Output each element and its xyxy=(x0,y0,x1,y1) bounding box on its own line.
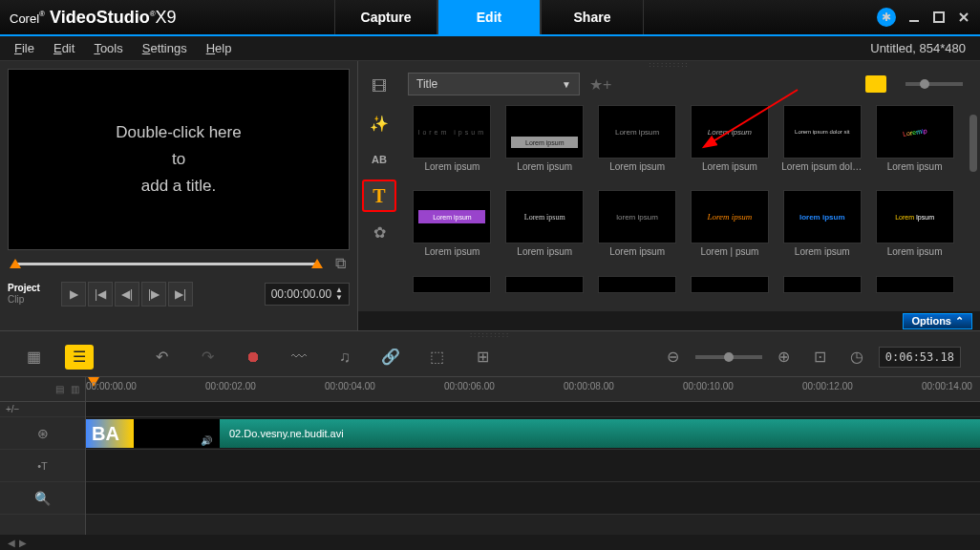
zoom-out-button[interactable]: ⊖ xyxy=(659,345,688,370)
chapter-point-icon[interactable]: 🔗 xyxy=(376,345,405,370)
auto-music-icon[interactable]: ♫ xyxy=(330,345,359,370)
title-preset-thumbnail xyxy=(876,276,954,293)
preview-placeholder-line: add a title. xyxy=(141,173,216,200)
title-preset-item[interactable]: LoremIpLorem ipsum xyxy=(870,105,959,186)
video-track[interactable]: BA 🔊 02.Do.vesny.ne.budit.avi xyxy=(86,417,980,450)
next-frame-button[interactable]: |▶ xyxy=(141,282,166,307)
menu-edit[interactable]: Edit xyxy=(53,41,75,55)
title-preset-item[interactable] xyxy=(593,276,682,307)
play-button[interactable]: ▶ xyxy=(61,282,86,307)
title-preset-item[interactable]: Lorem ipsumLorem ipsum xyxy=(501,105,589,186)
scroll-left-icon[interactable]: ◀ xyxy=(8,538,19,548)
fit-timeline-button[interactable]: ⊡ xyxy=(806,345,835,370)
title-preset-item[interactable] xyxy=(778,276,866,307)
audio-icon: 🔊 xyxy=(201,435,212,446)
title-preset-item[interactable]: Lorem ipsumLorem ipsum xyxy=(686,105,775,186)
category-media-icon[interactable]: 🎞 xyxy=(362,71,396,103)
multicam-icon[interactable]: ⊞ xyxy=(468,345,497,370)
menu-settings[interactable]: Settings xyxy=(142,41,187,55)
clip-thumbnail[interactable]: BA xyxy=(86,419,134,448)
timeline-ruler[interactable]: 00:00:00.0000:00:02.0000:00:04.0000:00:0… xyxy=(86,377,980,402)
preview-screen[interactable]: Double-click here to add a title. xyxy=(8,69,350,250)
library-folder-dropdown[interactable]: Title ▼ xyxy=(408,73,580,95)
title-preset-item[interactable]: lorem ipsumLorem ipsum xyxy=(593,190,682,271)
scrub-bar[interactable] xyxy=(8,257,325,270)
title-preset-item[interactable]: lorem ipsumLorem ipsum xyxy=(408,105,497,186)
timeline-view-button[interactable]: ☰ xyxy=(65,345,94,370)
category-graphic-icon[interactable]: ✿ xyxy=(362,216,396,248)
scroll-right-icon[interactable]: ▶ xyxy=(19,538,31,548)
title-bar: Corel® VideoStudio®X9 Capture Edit Share… xyxy=(0,0,980,36)
tab-edit[interactable]: Edit xyxy=(437,0,541,34)
title-preset-item[interactable] xyxy=(870,276,959,307)
title-track[interactable] xyxy=(86,450,980,482)
title-preset-item[interactable] xyxy=(686,276,775,307)
ruler-timestamp: 00:00:02.00 xyxy=(205,381,256,391)
clip-segment[interactable]: 🔊 xyxy=(134,419,220,448)
title-preset-item[interactable]: Lorem IpsumLorem ipsum xyxy=(870,190,959,271)
marker-track[interactable] xyxy=(86,402,980,417)
go-end-button[interactable]: ▶| xyxy=(168,282,193,307)
title-preset-item[interactable]: Lorem ipsumLorem ipsum xyxy=(408,190,497,271)
close-button[interactable] xyxy=(957,11,970,24)
library-scrollbar[interactable] xyxy=(967,101,980,311)
timeline-zoom-slider[interactable] xyxy=(695,355,762,359)
options-panel-toggle[interactable]: Options ⌃ xyxy=(903,313,972,329)
subtitle-editor-icon[interactable]: ⬚ xyxy=(422,345,451,370)
tab-capture[interactable]: Capture xyxy=(334,0,437,34)
voice-track[interactable] xyxy=(86,482,980,515)
thumbnail-view-button[interactable] xyxy=(865,75,886,93)
minimize-button[interactable] xyxy=(907,11,921,24)
ruler-timestamp: 00:00:14.00 xyxy=(922,381,972,391)
mark-out-handle[interactable] xyxy=(311,259,323,268)
add-favorite-icon[interactable]: ★+ xyxy=(589,75,611,94)
enlarge-preview-icon[interactable]: ⧉ xyxy=(330,254,350,273)
menu-file[interactable]: File xyxy=(14,41,34,55)
mark-in-handle[interactable] xyxy=(10,259,21,268)
track-menu-icon[interactable]: ▤ xyxy=(53,383,66,396)
title-preset-item[interactable]: Lorem ipsumLorem ipsum xyxy=(501,190,589,271)
title-preset-item[interactable]: Lorem ipsum dolor sitLorem ipsum dolo... xyxy=(778,105,866,186)
title-preset-label: Lorem ipsum xyxy=(609,246,665,257)
title-preset-item[interactable] xyxy=(408,276,497,307)
video-track-header[interactable]: ⊛ xyxy=(0,417,85,450)
category-instant-project-icon[interactable]: ✨ xyxy=(362,107,396,139)
prev-frame-button[interactable]: ◀| xyxy=(115,282,139,307)
menu-help[interactable]: Help xyxy=(206,41,232,55)
category-title-icon[interactable]: T xyxy=(362,180,396,212)
redo-button[interactable]: ↷ xyxy=(193,345,222,370)
ruler-timestamp: 00:00:04.00 xyxy=(325,381,375,391)
title-preset-label: Lorem | psum xyxy=(700,246,758,257)
title-preset-thumbnail: Lorem Ipsum xyxy=(876,190,954,243)
thumbnail-zoom-slider[interactable] xyxy=(905,82,963,86)
playback-mode[interactable]: Project Clip xyxy=(8,283,61,306)
timecode-spinner[interactable]: ▲▼ xyxy=(335,286,343,302)
title-preset-item[interactable]: Lorem ipsumLorem ipsum xyxy=(593,105,682,186)
tab-share[interactable]: Share xyxy=(541,0,644,34)
menu-tools[interactable]: Tools xyxy=(94,41,122,55)
track-tools[interactable]: +/− xyxy=(0,402,85,417)
title-preset-item[interactable] xyxy=(501,276,589,307)
audio-mixer-icon[interactable]: 〰 xyxy=(285,345,313,370)
title-preset-item[interactable]: Lorem ipsumLorem | psum xyxy=(686,190,775,271)
video-clip[interactable]: 02.Do.vesny.ne.budit.avi xyxy=(220,419,980,448)
record-button[interactable]: ⏺ xyxy=(239,345,267,370)
add-track-icon[interactable]: ▥ xyxy=(68,383,81,396)
svg-rect-0 xyxy=(909,20,919,22)
voice-track-header[interactable]: 🔍 xyxy=(0,482,85,515)
title-preset-thumbnail: Lorem ipsum xyxy=(691,105,769,159)
title-track-header[interactable]: •T xyxy=(0,450,85,482)
chevron-down-icon: ▼ xyxy=(562,79,571,90)
timeline-horizontal-scrollbar[interactable]: ◀ ▶ xyxy=(0,535,980,550)
go-start-button[interactable]: |◀ xyxy=(88,282,113,307)
storyboard-view-button[interactable]: ▦ xyxy=(19,345,48,370)
project-duration-icon[interactable]: ◷ xyxy=(842,345,871,370)
category-transition-icon[interactable]: AB xyxy=(362,143,396,176)
title-preset-item[interactable]: lorem ipsumLorem ipsum xyxy=(778,190,866,271)
zoom-in-button[interactable]: ⊕ xyxy=(770,345,799,370)
undo-button[interactable]: ↶ xyxy=(147,345,176,370)
preview-timecode[interactable]: 00:00:00.00 ▲▼ xyxy=(265,283,350,306)
maximize-button[interactable] xyxy=(932,11,946,24)
guide-icon[interactable]: ✱ xyxy=(877,8,896,27)
workflow-tabs: Capture Edit Share xyxy=(334,0,644,34)
